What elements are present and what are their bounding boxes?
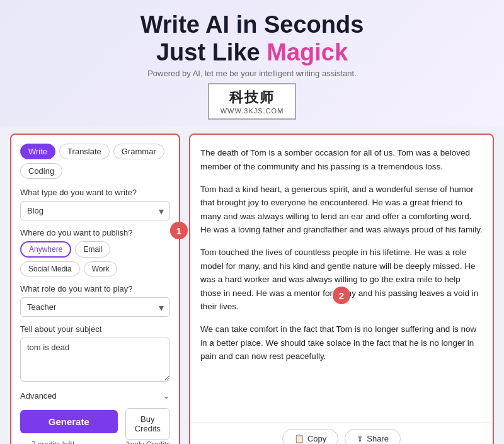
right-panel: The death of Tom is a somber occasion fo… (189, 134, 494, 444)
subject-textarea[interactable]: tom is dead (20, 338, 170, 382)
step-badge-1: 1 (170, 222, 188, 239)
role-select-wrapper: Teacher Student Professional Creative Wr… (20, 297, 170, 317)
copy-label: Copy (307, 434, 326, 443)
publish-label: Where do you want to publish? (20, 228, 170, 237)
heading-line1: Write AI in Seconds (140, 11, 364, 38)
share-icon: ⇪ (357, 434, 364, 443)
type-label: What type do you want to write? (20, 188, 170, 197)
left-panel: 1 Write Translate Grammar Coding What ty… (10, 134, 180, 444)
advanced-row[interactable]: Advanced ⌄ (20, 390, 170, 401)
publish-email[interactable]: Email (75, 241, 110, 258)
credits-left-text: 7 credits left! (32, 440, 74, 444)
step-badge-2-wrap: 2 (333, 287, 350, 304)
publish-social[interactable]: Social Media (20, 261, 80, 276)
copy-icon: 📋 (294, 434, 304, 443)
tabs-row: Write Translate Grammar Coding (20, 144, 170, 179)
tab-coding[interactable]: Coding (20, 163, 62, 179)
role-label: What role do you want to play? (20, 284, 170, 293)
paragraph-4: We can take comfort in the fact that Tom… (200, 322, 483, 363)
copy-button[interactable]: 📋 Copy (282, 429, 338, 444)
step-badge-2: 2 (333, 287, 350, 304)
right-content: The death of Tom is a somber occasion fo… (190, 135, 493, 422)
paragraph-1: The death of Tom is a somber occasion fo… (200, 146, 483, 173)
publish-options: Anywhere Email Social Media Work (20, 241, 170, 276)
advanced-label: Advanced (20, 391, 57, 401)
watermark-top: 科技师 (220, 88, 284, 107)
publish-anywhere[interactable]: Anywhere (20, 241, 71, 258)
credits-icon: ☁ (20, 440, 29, 444)
watermark-bottom: WWW.3KJS.COM (220, 107, 284, 115)
bottom-row: ☁ 7 credits left! Apply Credits (20, 440, 170, 444)
heading-magick: Magick (266, 39, 348, 65)
tab-write[interactable]: Write (20, 144, 55, 159)
subtitle: Powered by AI, let me be your intelligen… (0, 69, 504, 78)
generate-button[interactable]: Generate (20, 410, 118, 433)
type-select[interactable]: Blog Essay Story Article Email Poem (20, 201, 170, 220)
type-select-wrapper: Blog Essay Story Article Email Poem (20, 201, 170, 220)
right-actions: 📋 Copy ⇪ Share (190, 422, 493, 444)
heading-line2-before: Just Like (156, 39, 266, 65)
action-buttons: Generate Buy Credits (20, 408, 170, 440)
paragraph-2: Tom had a kind heart, a generous spirit,… (200, 183, 483, 237)
header: Write AI in Seconds Just Like Magick Pow… (0, 0, 504, 126)
credits-left: ☁ 7 credits left! (20, 440, 74, 444)
tab-grammar[interactable]: Grammar (113, 144, 164, 159)
main-heading: Write AI in Seconds Just Like Magick (0, 11, 504, 66)
apply-credits-link[interactable]: Apply Credits (125, 440, 170, 444)
publish-work[interactable]: Work (84, 261, 118, 276)
buy-credits-button[interactable]: Buy Credits (125, 408, 170, 440)
tab-translate[interactable]: Translate (59, 144, 110, 159)
watermark-box: 科技师 WWW.3KJS.COM (208, 83, 297, 120)
subject-label: Tell about your subject (20, 324, 170, 334)
chevron-down-icon: ⌄ (163, 390, 170, 401)
main-content: 1 Write Translate Grammar Coding What ty… (0, 126, 504, 444)
share-button[interactable]: ⇪ Share (345, 429, 401, 444)
share-label: Share (367, 434, 389, 443)
role-select[interactable]: Teacher Student Professional Creative Wr… (20, 297, 170, 317)
